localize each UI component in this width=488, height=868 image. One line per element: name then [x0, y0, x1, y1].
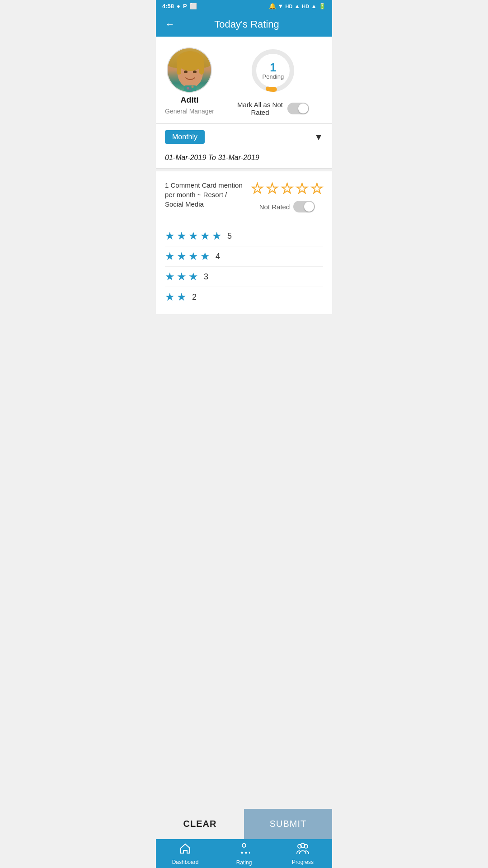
- status-time: 4:58: [162, 3, 174, 9]
- rating-row: 1 Comment Card mention per month ~ Resor…: [165, 180, 323, 212]
- svg-rect-2: [177, 61, 181, 75]
- scale-stars-2: ★ ★: [165, 291, 187, 303]
- rating-scale: ★ ★ ★ ★ ★ 5 ★ ★ ★ ★ 4 ★ ★ ★ 3: [156, 222, 332, 314]
- mark-all-toggle[interactable]: [287, 103, 309, 114]
- scale-number-5: 5: [227, 231, 232, 241]
- scale-star: ★: [165, 291, 175, 303]
- stars-row[interactable]: ★ ★ ★ ★ ★: [251, 180, 323, 196]
- scale-star: ★: [165, 230, 175, 242]
- hd-label1: HD: [285, 4, 292, 9]
- status-right: 🔔 ▼ HD ▲ HD ▲ 🔋: [269, 3, 326, 9]
- avatar: [167, 47, 212, 93]
- period-badge[interactable]: Monthly: [165, 130, 205, 144]
- scale-star: ★: [200, 230, 210, 242]
- profile-name: Aditi: [180, 95, 198, 105]
- scale-star: ★: [188, 250, 198, 263]
- scale-row-4[interactable]: ★ ★ ★ ★ 4: [165, 246, 323, 267]
- scale-star: ★: [188, 270, 198, 283]
- filter-row[interactable]: Monthly ▼: [156, 124, 332, 150]
- svg-point-7: [187, 87, 189, 90]
- scale-row-2[interactable]: ★ ★ 2: [165, 287, 323, 307]
- scale-row-5[interactable]: ★ ★ ★ ★ ★ 5: [165, 226, 323, 246]
- scale-star: ★: [165, 250, 175, 263]
- svg-point-9: [189, 89, 191, 90]
- toggle-thumb: [298, 104, 308, 113]
- date-range: 01-Mar-2019 To 31-Mar-2019: [156, 150, 332, 169]
- status-left: 4:58 ● P ⬜: [162, 3, 197, 9]
- profile-left: Aditi General Manager: [165, 47, 214, 115]
- scale-stars-3: ★ ★ ★: [165, 270, 198, 283]
- page-title: Today's Rating: [184, 19, 310, 30]
- scale-star: ★: [200, 250, 210, 263]
- scale-stars-5: ★ ★ ★ ★ ★: [165, 230, 222, 242]
- scale-number-4: 4: [216, 252, 220, 261]
- scale-number-2: 2: [192, 292, 197, 302]
- profile-section: Aditi General Manager 1 Pending Mark All…: [156, 37, 332, 123]
- scale-star: ★: [177, 270, 187, 283]
- back-button[interactable]: ←: [165, 19, 175, 30]
- scale-number-3: 3: [204, 272, 208, 282]
- profile-right: 1 Pending Mark All as NotRated: [223, 46, 323, 116]
- scale-star: ★: [188, 230, 198, 242]
- mark-all-label: Mark All as NotRated: [237, 101, 283, 116]
- svg-point-8: [192, 85, 194, 88]
- battery-icon: 🔋: [319, 3, 326, 9]
- scale-row-3[interactable]: ★ ★ ★ 3: [165, 267, 323, 287]
- scale-star: ★: [212, 230, 222, 242]
- monitor-icon: ⬜: [190, 3, 197, 9]
- svg-point-5: [193, 71, 197, 73]
- alarm-icon: 🔔: [269, 3, 276, 9]
- star-5[interactable]: ★: [311, 180, 323, 196]
- svg-rect-3: [199, 61, 204, 75]
- scale-star: ★: [177, 230, 187, 242]
- profile-role: General Manager: [165, 108, 214, 115]
- signal-icon1: ▲: [294, 3, 300, 9]
- rating-card: 1 Comment Card mention per month ~ Resor…: [156, 171, 332, 222]
- scale-star: ★: [165, 270, 175, 283]
- scale-star: ★: [177, 291, 187, 303]
- hd-label2: HD: [302, 4, 309, 9]
- main-content: Aditi General Manager 1 Pending Mark All…: [156, 37, 332, 377]
- donut-center: 1 Pending: [263, 61, 284, 80]
- status-bar: 4:58 ● P ⬜ 🔔 ▼ HD ▲ HD ▲ 🔋: [156, 0, 332, 12]
- donut-label: Pending: [263, 73, 284, 80]
- parking-icon: P: [183, 3, 187, 9]
- not-rated-toggle-thumb: [304, 202, 314, 212]
- rating-description: 1 Comment Card mention per month ~ Resor…: [165, 180, 247, 209]
- scale-star: ★: [177, 250, 187, 263]
- scale-stars-4: ★ ★ ★ ★: [165, 250, 210, 263]
- star-1[interactable]: ★: [251, 180, 263, 196]
- wifi-icon: ▼: [278, 3, 284, 9]
- star-4[interactable]: ★: [296, 180, 308, 196]
- not-rated-label: Not Rated: [259, 203, 290, 211]
- circle-icon: ●: [177, 3, 180, 9]
- donut-chart: 1 Pending: [248, 46, 298, 95]
- svg-point-4: [184, 71, 188, 73]
- star-3[interactable]: ★: [281, 180, 293, 196]
- rating-stars-area: ★ ★ ★ ★ ★ Not Rated: [251, 180, 323, 212]
- app-header: ← Today's Rating: [156, 12, 332, 37]
- donut-number: 1: [263, 61, 284, 73]
- not-rated-toggle[interactable]: [293, 201, 315, 212]
- mark-all-toggle-row: Mark All as NotRated: [237, 101, 309, 116]
- signal-icon2: ▲: [311, 3, 317, 9]
- not-rated-row: Not Rated: [259, 201, 315, 212]
- star-2[interactable]: ★: [266, 180, 278, 196]
- chevron-down-icon[interactable]: ▼: [314, 132, 323, 142]
